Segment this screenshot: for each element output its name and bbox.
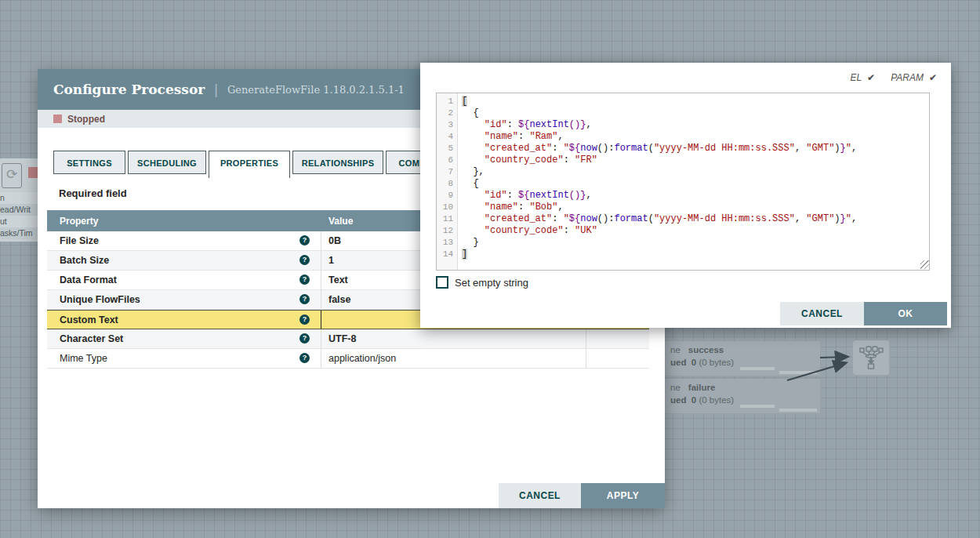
- stopped-icon: [53, 115, 62, 123]
- property-name: Unique FlowFiles: [60, 294, 140, 305]
- param-label: PARAM: [891, 72, 924, 83]
- processor-name-version: GenerateFlowFile 1.18.0.2.1.5.1-1: [227, 84, 405, 96]
- column-header-property: Property: [47, 216, 321, 227]
- connection-arrows: [776, 345, 855, 392]
- el-supported-badge: EL ✔: [850, 72, 875, 83]
- connection-queued: ued 0 (0 bytes): [670, 358, 734, 367]
- stat-row: ut: [0, 216, 39, 227]
- el-label: EL: [850, 72, 862, 83]
- title-separator: |: [214, 82, 218, 98]
- table-row[interactable]: Mime Type? application/json: [47, 349, 649, 369]
- tab-relationships[interactable]: RELATIONSHIPS: [292, 151, 383, 174]
- row-extra-cell: [586, 349, 649, 368]
- help-icon[interactable]: ?: [299, 274, 310, 285]
- check-icon: ✔: [867, 72, 875, 83]
- dialog-title: Configure Processor: [53, 82, 205, 97]
- value-editor-popup: EL ✔ PARAM ✔ 1234567891011121314 [ { "id…: [420, 63, 951, 328]
- help-icon[interactable]: ?: [299, 294, 310, 304]
- funnel-icon: [858, 345, 884, 370]
- dialog-tabs: SETTINGS SCHEDULING PROPERTIES RELATIONS…: [53, 151, 466, 178]
- tab-properties[interactable]: PROPERTIES: [209, 151, 290, 178]
- funnel-component[interactable]: [852, 340, 890, 376]
- property-value[interactable]: UTF-8: [321, 329, 586, 348]
- queue-bar: [740, 367, 775, 370]
- help-icon[interactable]: ?: [299, 255, 310, 265]
- help-icon[interactable]: ?: [299, 314, 310, 325]
- queue-bar: [740, 405, 775, 408]
- connection-queued: ued 0 (0 bytes): [670, 395, 734, 405]
- property-name: Batch Size: [60, 255, 109, 266]
- property-name: Custom Text: [60, 314, 118, 325]
- processor-stats: n ead/Writ ut asks/Tim: [0, 192, 39, 239]
- tab-settings[interactable]: SETTINGS: [53, 151, 125, 174]
- tab-scheduling[interactable]: SCHEDULING: [128, 151, 206, 174]
- property-name: Data Format: [60, 274, 117, 285]
- required-field-label: Required field: [59, 187, 127, 199]
- check-icon: ✔: [929, 72, 937, 83]
- stat-row: n: [0, 192, 39, 204]
- connection-name: nefailure: [670, 383, 715, 392]
- table-row[interactable]: Character Set? UTF-8: [47, 329, 649, 349]
- help-icon[interactable]: ?: [299, 333, 310, 344]
- language-badges: EL ✔ PARAM ✔: [850, 72, 937, 83]
- property-name: Character Set: [60, 333, 123, 344]
- editor-cancel-button[interactable]: CANCEL: [780, 302, 864, 325]
- status-text: Stopped: [67, 114, 105, 125]
- set-empty-string-checkbox[interactable]: [436, 276, 448, 289]
- processor-partial[interactable]: ⟳ n ead/Writ ut asks/Tim: [0, 158, 39, 242]
- param-supported-badge: PARAM ✔: [891, 72, 937, 83]
- set-empty-string-label: Set empty string: [455, 277, 528, 289]
- row-extra-cell: [586, 329, 649, 348]
- editor-code[interactable]: [ { "id": ${nextInt()}, "name": "Ram", "…: [458, 93, 929, 270]
- cancel-button[interactable]: CANCEL: [499, 483, 581, 508]
- stat-row: asks/Tim: [0, 227, 39, 239]
- stat-row: ead/Writ: [0, 204, 39, 216]
- apply-button[interactable]: APPLY: [581, 483, 665, 508]
- queue-bar: [779, 409, 817, 412]
- column-header-value: Value: [321, 216, 353, 227]
- editor-ok-button[interactable]: OK: [864, 302, 947, 325]
- connection-name: nesuccess: [670, 345, 724, 354]
- set-empty-string-row: Set empty string: [436, 276, 528, 289]
- help-icon[interactable]: ?: [299, 353, 310, 363]
- help-icon[interactable]: ?: [299, 235, 310, 245]
- custom-text-editor[interactable]: 1234567891011121314 [ { "id": ${nextInt(…: [436, 93, 930, 271]
- property-value[interactable]: application/json: [321, 349, 586, 368]
- property-name: File Size: [60, 235, 99, 246]
- editor-gutter: 1234567891011121314: [437, 93, 458, 270]
- processor-type-icon: ⟳: [2, 163, 22, 188]
- property-name: Mime Type: [60, 353, 107, 364]
- editor-resize-handle[interactable]: [920, 260, 929, 269]
